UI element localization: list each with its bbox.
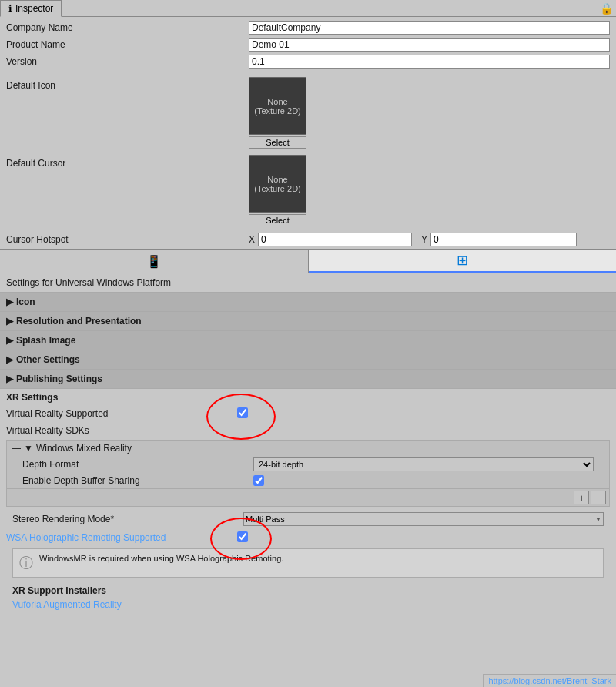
publishing-section: ▶ Publishing Settings bbox=[0, 370, 616, 389]
warning-box: ⓘ WindowsMR is required when using WSA H… bbox=[12, 548, 604, 578]
publishing-section-header[interactable]: ▶ Publishing Settings bbox=[0, 370, 616, 388]
cursor-texture-box: None (Texture 2D) bbox=[249, 155, 306, 213]
vr-sdks-row: Virtual Reality SDKs bbox=[6, 423, 610, 438]
depth-buffer-checkbox[interactable] bbox=[253, 475, 264, 486]
xr-support-title: XR Support Installers bbox=[12, 585, 604, 596]
cursor-texture-label: None (Texture 2D) bbox=[254, 175, 301, 193]
icon-texture-label: None (Texture 2D) bbox=[254, 97, 301, 116]
version-label: Version bbox=[6, 56, 249, 67]
resolution-section-arrow: ▶ bbox=[6, 316, 13, 327]
cursor-x-label: X bbox=[249, 234, 255, 245]
cursor-hotspot-label: Cursor Hotspot bbox=[6, 234, 249, 245]
product-name-label: Product Name bbox=[6, 39, 249, 50]
cursor-y-input[interactable] bbox=[430, 233, 577, 246]
default-icon-label: Default Icon bbox=[6, 77, 249, 91]
resolution-section-label: Resolution and Presentation bbox=[16, 316, 142, 327]
inspector-tab[interactable]: ℹ Inspector bbox=[0, 0, 62, 17]
cursor-select-button[interactable]: Select bbox=[249, 214, 306, 226]
icon-section-arrow: ▶ bbox=[6, 297, 13, 307]
splash-section-arrow: ▶ bbox=[6, 335, 13, 346]
publishing-section-label: Publishing Settings bbox=[16, 374, 102, 384]
default-cursor-row: Default Cursor None (Texture 2D) Select bbox=[0, 152, 616, 230]
cursor-hotspot-row: Cursor Hotspot X Y bbox=[0, 230, 616, 249]
default-icon-asset: None (Texture 2D) Select bbox=[249, 77, 306, 149]
pm-toolbar: + − bbox=[7, 488, 609, 506]
stereo-dropdown-wrap: Multi Pass bbox=[243, 512, 604, 526]
default-icon-row: Default Icon None (Texture 2D) Select bbox=[0, 74, 616, 152]
splash-section-label: Splash Image bbox=[16, 335, 75, 346]
icon-select-button[interactable]: Select bbox=[249, 136, 306, 149]
cursor-y-label: Y bbox=[421, 234, 427, 245]
sdk-collapse-icon: — bbox=[12, 443, 21, 454]
add-sdk-button[interactable]: + bbox=[574, 491, 589, 504]
sdk-header: — ▼ Windows Mixed Reality bbox=[7, 441, 609, 456]
default-cursor-label: Default Cursor bbox=[6, 155, 249, 169]
splash-section-header[interactable]: ▶ Splash Image bbox=[0, 331, 616, 350]
company-name-input[interactable] bbox=[249, 21, 610, 35]
xr-section: XR Settings Virtual Reality Supported Vi… bbox=[0, 389, 616, 618]
platform-tabs: 📱 ⊞ bbox=[0, 249, 616, 273]
product-name-input[interactable] bbox=[249, 38, 610, 52]
resolution-section: ▶ Resolution and Presentation bbox=[0, 312, 616, 331]
wsa-link[interactable]: WSA Holographic Remoting Supported bbox=[6, 532, 166, 543]
depth-buffer-row: Enable Depth Buffer Sharing bbox=[7, 473, 609, 488]
company-name-row: Company Name bbox=[6, 20, 610, 35]
sdk-name: Windows Mixed Reality bbox=[36, 443, 132, 454]
xr-title: XR Settings bbox=[6, 392, 610, 403]
windows-icon: ⊞ bbox=[457, 252, 468, 269]
company-name-label: Company Name bbox=[6, 22, 249, 33]
vuforia-link[interactable]: Vuforia Augmented Reality bbox=[12, 599, 122, 610]
platform-tab-windows[interactable]: ⊞ bbox=[309, 250, 617, 273]
icon-texture-box: None (Texture 2D) bbox=[249, 77, 306, 135]
xr-support-section: XR Support Installers Vuforia Augmented … bbox=[6, 581, 610, 615]
depth-format-row: Depth Format 24-bit depth bbox=[7, 456, 609, 473]
other-section-header[interactable]: ▶ Other Settings bbox=[0, 350, 616, 369]
vr-supported-checkbox[interactable] bbox=[237, 407, 248, 418]
vr-supported-row: Virtual Reality Supported bbox=[6, 406, 610, 421]
wsa-label: WSA Holographic Remoting Supported bbox=[6, 532, 237, 543]
sdk-section: — ▼ Windows Mixed Reality Depth Format 2… bbox=[6, 440, 610, 507]
vr-sdks-label: Virtual Reality SDKs bbox=[6, 425, 237, 436]
wsa-row: WSA Holographic Remoting Supported bbox=[6, 530, 610, 545]
default-cursor-asset: None (Texture 2D) Select bbox=[249, 155, 306, 226]
vr-supported-label: Virtual Reality Supported bbox=[6, 408, 237, 419]
depth-buffer-label: Enable Depth Buffer Sharing bbox=[22, 475, 253, 486]
icon-section: ▶ Icon bbox=[0, 293, 616, 312]
other-section: ▶ Other Settings bbox=[0, 350, 616, 370]
cursor-hotspot-xy: X Y bbox=[249, 233, 577, 246]
url-text: https://blog.csdn.net/Brent_Stark bbox=[488, 676, 611, 685]
other-section-label: Other Settings bbox=[16, 354, 80, 365]
stereo-dropdown[interactable]: Multi Pass bbox=[243, 512, 604, 526]
form-section: Company Name Product Name Version bbox=[0, 17, 616, 74]
cursor-x-input[interactable] bbox=[258, 233, 412, 246]
tab-bar: ℹ Inspector 🔒 bbox=[0, 0, 616, 17]
stereo-label: Stereo Rendering Mode* bbox=[12, 514, 243, 524]
splash-section: ▶ Splash Image bbox=[0, 331, 616, 350]
version-input[interactable] bbox=[249, 55, 610, 69]
settings-panel: Settings for Universal Windows Platform … bbox=[0, 273, 616, 618]
icon-section-header[interactable]: ▶ Icon bbox=[0, 293, 616, 311]
depth-format-dropdown[interactable]: 24-bit depth bbox=[253, 457, 594, 471]
stereo-row: Stereo Rendering Mode* Multi Pass bbox=[6, 510, 610, 528]
inspector-icon: ℹ bbox=[8, 3, 12, 14]
tab-title: Inspector bbox=[15, 3, 53, 14]
platform-tab-default[interactable]: 📱 bbox=[0, 250, 309, 273]
phone-icon: 📱 bbox=[146, 254, 162, 269]
wsa-checkbox[interactable] bbox=[237, 531, 248, 542]
publishing-section-arrow: ▶ bbox=[6, 374, 13, 384]
url-bar: https://blog.csdn.net/Brent_Stark bbox=[483, 674, 616, 687]
version-row: Version bbox=[6, 54, 610, 69]
remove-sdk-button[interactable]: − bbox=[591, 491, 606, 504]
other-section-arrow: ▶ bbox=[6, 354, 13, 365]
product-name-row: Product Name bbox=[6, 37, 610, 52]
icon-section-label: Icon bbox=[16, 297, 35, 307]
warning-text: WindowsMR is required when using WSA Hol… bbox=[39, 554, 283, 563]
warning-icon: ⓘ bbox=[19, 554, 33, 572]
depth-format-label: Depth Format bbox=[22, 459, 253, 470]
settings-header: Settings for Universal Windows Platform bbox=[0, 273, 616, 293]
resolution-section-header[interactable]: ▶ Resolution and Presentation bbox=[0, 312, 616, 330]
lock-icon[interactable]: 🔒 bbox=[600, 2, 613, 15]
sdk-arrow: ▼ bbox=[24, 443, 33, 454]
